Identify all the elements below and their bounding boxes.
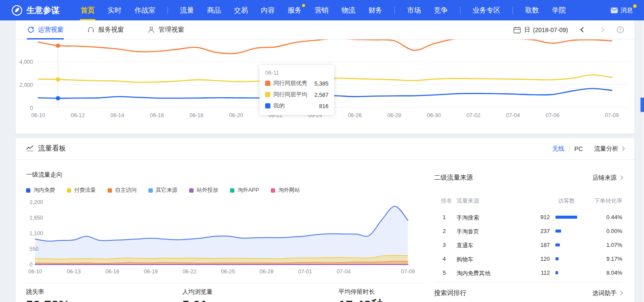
scrollbar-track[interactable] bbox=[640, 20, 644, 302]
visitors-cell: 187 bbox=[540, 242, 550, 248]
source-cell[interactable]: 淘内免费其他 bbox=[457, 269, 490, 277]
tab-operation-view[interactable]: 运营视窗 bbox=[27, 20, 64, 39]
traffic-source-row: 1手淘搜索9120.44% bbox=[434, 210, 622, 224]
view-tabbar: 运营视窗服务视窗管理视窗 日 (2018-07-09) bbox=[16, 20, 634, 39]
divider bbox=[26, 283, 425, 283]
table-header: 排名 流量来源 访客数 下单转化率 bbox=[434, 197, 622, 205]
tab-label: 运营视窗 bbox=[38, 26, 64, 34]
tooltip-row: 我的816 bbox=[265, 102, 329, 110]
legend-item-2[interactable]: 自主访问 bbox=[108, 187, 137, 194]
traffic-source-row: 3直通车1871.07% bbox=[434, 238, 622, 252]
legend-item-4[interactable]: 站外投放 bbox=[189, 187, 218, 194]
legend-item-6[interactable]: 淘外网站 bbox=[271, 187, 300, 194]
nav-item-business-zone[interactable]: 业务专区 bbox=[473, 0, 500, 20]
nav-item-finance[interactable]: 财务 bbox=[368, 0, 382, 20]
brand[interactable]: 生意参谋 bbox=[11, 5, 59, 16]
stat-label: 跳失率 bbox=[26, 288, 182, 296]
word-helper-link[interactable]: 选词助手 bbox=[592, 289, 622, 297]
chevron-right-icon bbox=[621, 147, 625, 151]
divider bbox=[434, 282, 622, 282]
x-tick-label: 07-02 bbox=[467, 112, 480, 118]
nav-item-trade[interactable]: 交易 bbox=[234, 0, 248, 20]
traffic-analysis-label: 流量分析 bbox=[594, 145, 618, 153]
x-tick-label: 06-28 bbox=[260, 269, 273, 275]
nav-item-market[interactable]: 市场 bbox=[407, 0, 421, 20]
nav-item-product[interactable]: 商品 bbox=[207, 0, 221, 20]
legend-item-0[interactable]: 淘内免费 bbox=[26, 187, 55, 194]
x-tick-label: 06-26 bbox=[348, 112, 361, 118]
toggle-wireless[interactable]: 无线 bbox=[552, 145, 565, 153]
tab-label: 管理视窗 bbox=[158, 26, 184, 34]
nav-item-content[interactable]: 内容 bbox=[261, 0, 275, 20]
legend-swatch bbox=[148, 188, 153, 193]
x-tick-label: 07-09 bbox=[401, 269, 415, 275]
toggle-pc[interactable]: PC bbox=[575, 145, 583, 152]
nav-item-logistics[interactable]: 物流 bbox=[342, 0, 355, 20]
legend-swatch bbox=[265, 103, 270, 108]
conversion-cell: 9.17% bbox=[606, 256, 622, 262]
source-cell[interactable]: 手淘搜索 bbox=[457, 214, 479, 222]
next-date-button[interactable] bbox=[599, 27, 605, 33]
shop-source-label: 店铺来源 bbox=[592, 174, 617, 182]
tooltip-row: 同行同层平均2,587 bbox=[265, 91, 329, 98]
column-source: 流量来源 bbox=[457, 197, 479, 205]
x-tick-label: 06-30 bbox=[427, 112, 441, 118]
nav-message[interactable]: 消息 bbox=[611, 7, 633, 14]
nav-item-data-fetch[interactable]: 取数 bbox=[525, 0, 539, 20]
trend-series-0 bbox=[38, 39, 612, 54]
tab-service-view[interactable]: 服务视窗 bbox=[87, 20, 124, 39]
source-cell[interactable]: 购物车 bbox=[457, 256, 473, 263]
scrollbar-thumb[interactable] bbox=[641, 98, 644, 112]
nav-item-home[interactable]: 首页 bbox=[81, 0, 95, 20]
column-conversion: 下单转化率 bbox=[594, 197, 622, 205]
chevron-right-icon bbox=[619, 291, 623, 295]
legend-label: 付费流量 bbox=[74, 187, 96, 194]
rank-cell: 4 bbox=[443, 256, 446, 262]
traffic-area-chart[interactable]: 2,2001,6501,100550006-1006-1306-1606-190… bbox=[26, 199, 443, 277]
nav-item-academy[interactable]: 学院 bbox=[552, 0, 566, 20]
marker-dot bbox=[56, 77, 60, 82]
legend-swatch bbox=[26, 188, 30, 193]
legend-item-5[interactable]: 淘外APP bbox=[230, 187, 259, 194]
legend-item-3[interactable]: 其它来源 bbox=[148, 187, 177, 194]
source-cell[interactable]: 手淘首页 bbox=[457, 228, 479, 236]
y-tick-label: 2,000 bbox=[20, 82, 33, 88]
message-label: 消息 bbox=[621, 7, 633, 14]
nav-item-traffic[interactable]: 流量 bbox=[180, 0, 194, 20]
traffic-analysis-link[interactable]: 流量分析 bbox=[594, 145, 624, 153]
tooltip-series-name: 同行同层平均 bbox=[273, 91, 307, 98]
rank-cell: 1 bbox=[443, 214, 446, 220]
tooltip-series-name: 同行同层优秀 bbox=[273, 79, 307, 87]
info-icon[interactable] bbox=[617, 26, 624, 33]
calendar-icon[interactable] bbox=[513, 26, 521, 33]
nav-item-war-room[interactable]: 作战室 bbox=[135, 0, 155, 20]
tab-management-view[interactable]: 管理视窗 bbox=[148, 20, 184, 39]
y-tick-label: 1,650 bbox=[30, 215, 43, 221]
stat-item: 跳失率59.72% bbox=[26, 288, 182, 302]
legend-label: 淘外网站 bbox=[278, 187, 300, 194]
legend-swatch bbox=[108, 188, 112, 193]
x-tick-label: 06-16 bbox=[150, 112, 164, 118]
sync-icon bbox=[27, 26, 34, 33]
nav-item-realtime[interactable]: 实时 bbox=[108, 0, 122, 20]
nav-item-marketing[interactable]: 营销 bbox=[315, 0, 329, 20]
nav-divider bbox=[513, 7, 513, 14]
prev-date-button[interactable] bbox=[580, 27, 586, 33]
nav-item-service[interactable]: 服务 bbox=[288, 0, 302, 20]
conversion-cell: 1.07% bbox=[606, 242, 622, 248]
nav-item-competition[interactable]: 竞争 bbox=[434, 0, 448, 20]
word-helper-label: 选词助手 bbox=[592, 289, 617, 297]
legend-label: 站外投放 bbox=[197, 187, 218, 194]
visitors-cell: 912 bbox=[540, 214, 550, 220]
top-nav: 生意参谋 首页实时作战室流量商品交易内容服务营销物流财务市场竞争业务专区取数学院… bbox=[0, 0, 644, 20]
brand-logo-icon bbox=[11, 5, 23, 16]
source-cell[interactable]: 直通车 bbox=[457, 242, 473, 249]
primary-traffic-title: 一级流量走向 bbox=[26, 171, 62, 179]
traffic-kanban-panel: 流量看板 无线 PC 流量分析 一级流量走向 淘内免费付费流量自主访问其它来源站… bbox=[16, 138, 634, 302]
date-granularity[interactable]: 日 bbox=[524, 26, 530, 34]
date-value[interactable]: (2018-07-09) bbox=[533, 26, 568, 33]
tab-label: 服务视窗 bbox=[98, 26, 124, 34]
legend-swatch bbox=[230, 188, 234, 193]
shop-source-link[interactable]: 店铺来源 bbox=[592, 174, 622, 182]
legend-item-1[interactable]: 付费流量 bbox=[67, 187, 96, 194]
